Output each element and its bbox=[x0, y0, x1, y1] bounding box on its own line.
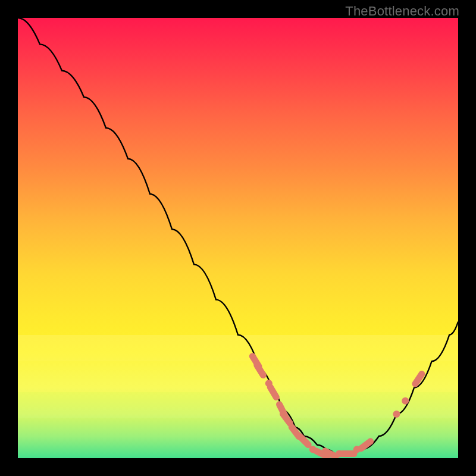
curve-markers bbox=[252, 356, 422, 458]
chart-svg bbox=[18, 18, 458, 458]
plot-area bbox=[18, 18, 458, 458]
chart-frame: TheBottleneck.com bbox=[0, 0, 476, 476]
marker-dash bbox=[270, 387, 276, 397]
marker-dot bbox=[393, 411, 400, 418]
bottleneck-curve bbox=[18, 18, 458, 454]
marker-dot bbox=[402, 397, 409, 405]
marker-dash bbox=[300, 436, 308, 444]
marker-dash bbox=[415, 374, 422, 384]
attribution-label: TheBottleneck.com bbox=[345, 4, 459, 19]
marker-dash bbox=[257, 365, 264, 375]
